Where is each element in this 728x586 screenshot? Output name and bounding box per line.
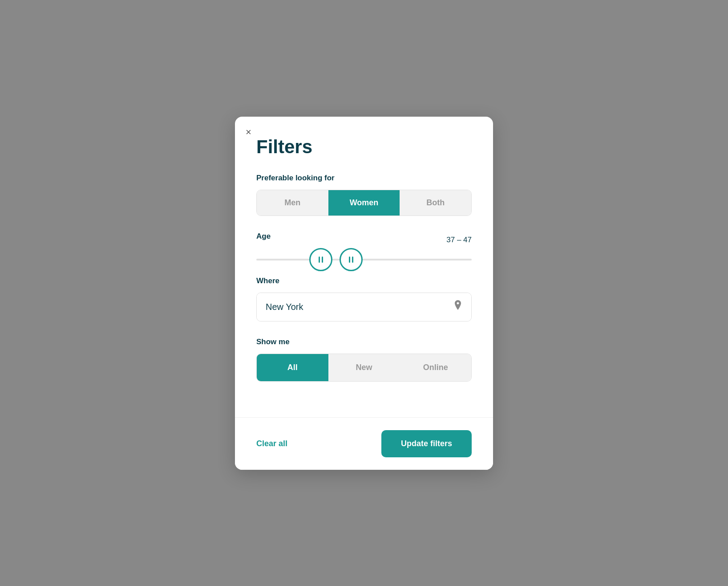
age-range-value: 37 – 47 [446,236,472,244]
location-input[interactable] [257,293,471,321]
close-button[interactable]: × [244,126,253,139]
location-input-wrapper [256,293,472,321]
age-header: Age 37 – 47 [256,232,472,248]
where-section: Where [256,277,472,321]
slider-handle-icon-max [349,256,353,263]
looking-for-toggle-group: Men Women Both [256,190,472,216]
age-label: Age [256,232,271,241]
location-pin-icon [453,299,463,314]
age-slider-handle-max[interactable] [340,248,363,271]
show-online-button[interactable]: Online [400,354,471,381]
close-icon: × [246,126,251,138]
overlay: × Filters Preferable looking for Men Wom… [0,0,728,586]
clear-all-button[interactable]: Clear all [256,439,287,448]
looking-for-section: Preferable looking for Men Women Both [256,174,472,216]
show-me-label: Show me [256,338,472,346]
filters-modal: × Filters Preferable looking for Men Wom… [235,117,493,470]
age-section: Age 37 – 47 [256,232,472,260]
looking-for-label: Preferable looking for [256,174,472,183]
show-new-button[interactable]: New [328,354,400,381]
show-all-button[interactable]: All [257,354,328,381]
modal-title: Filters [256,136,472,158]
modal-body: × Filters Preferable looking for Men Wom… [235,117,493,417]
modal-footer: Clear all Update filters [235,417,493,470]
age-slider-track [256,259,472,260]
show-me-section: Show me All New Online [256,338,472,382]
looking-for-men-button[interactable]: Men [257,190,328,216]
show-me-toggle-group: All New Online [256,354,472,382]
update-filters-button[interactable]: Update filters [381,430,472,457]
looking-for-both-button[interactable]: Both [400,190,471,216]
where-label: Where [256,277,472,285]
age-slider-handle-min[interactable] [309,248,332,271]
slider-handle-icon-min [319,256,323,263]
looking-for-women-button[interactable]: Women [328,190,400,216]
